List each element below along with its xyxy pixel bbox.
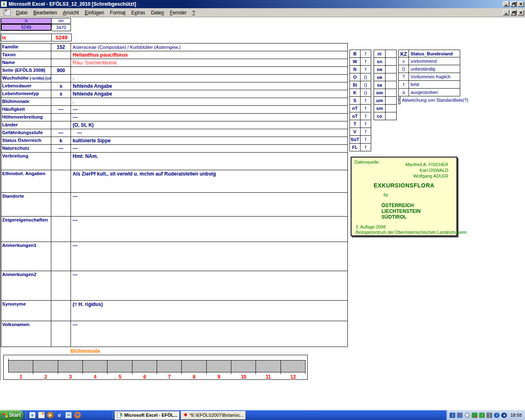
record-code-cell[interactable]: --- xyxy=(51,106,71,113)
record-value-cell[interactable]: --- xyxy=(71,217,347,242)
record-value-cell[interactable]: Asteraceae (Compositae) / Korbblütler (A… xyxy=(71,43,347,51)
taskbar-clock[interactable]: 18:58 xyxy=(510,413,522,418)
bundesland-status-cell[interactable]: f xyxy=(361,97,371,104)
record-value-cell[interactable]: --- xyxy=(71,129,347,137)
record-value-cell[interactable]: fehlende Angabe xyxy=(71,82,347,90)
subregion-code-cell[interactable]: ni xyxy=(374,50,386,57)
record-code-cell[interactable] xyxy=(51,271,71,300)
bundesland-status-cell[interactable]: () xyxy=(361,89,371,96)
record-code-cell[interactable] xyxy=(51,153,71,170)
record-code-cell[interactable]: --- xyxy=(51,145,71,152)
media-player-icon[interactable]: ▶ xyxy=(47,412,54,418)
record-value-cell[interactable]: fehlende Angabe xyxy=(71,90,347,98)
record-label-cell[interactable]: Häufigkeit xyxy=(1,106,51,113)
bundesland-status-cell[interactable]: f xyxy=(361,105,371,112)
legend-kz-header-cell[interactable]: KZ xyxy=(399,50,409,57)
record-value-cell[interactable]: --- xyxy=(71,106,347,113)
bundesland-code-cell[interactable]: V xyxy=(350,128,361,135)
menu-item[interactable]: Format xyxy=(107,9,128,16)
bundesland-code-cell[interactable]: FL xyxy=(350,144,361,151)
record-label-cell[interactable]: Höhenverbreitung xyxy=(1,114,51,121)
bundesland-code-cell[interactable]: oT xyxy=(350,112,361,120)
bundesland-code-cell[interactable]: SüT xyxy=(350,136,361,143)
bloom-chart[interactable]: 123456789101112 xyxy=(3,355,308,380)
record-label-cell[interactable]: Anmerkungen1 xyxy=(1,242,51,271)
record-label-cell[interactable]: Länder xyxy=(1,121,51,129)
subregion-code-cell[interactable]: oa xyxy=(374,66,386,73)
lookup-header-ixn[interactable]: ixn xyxy=(51,18,71,24)
bundesland-status-cell[interactable]: () xyxy=(361,73,371,81)
bundesland-status-cell[interactable]: f xyxy=(361,120,371,128)
mail-sync-icon[interactable]: ✉ xyxy=(65,412,72,418)
legend-desc-cell[interactable]: fehlt xyxy=(409,81,460,88)
internet-explorer-icon[interactable]: e xyxy=(56,412,63,418)
record-label-cell[interactable]: Ethnobot. Angaben xyxy=(1,170,51,192)
legend-desc-cell[interactable]: vorkommend xyxy=(409,57,460,65)
record-code-cell[interactable] xyxy=(51,193,71,216)
record-label-cell[interactable]: Zeigereigenschaften xyxy=(1,217,51,242)
record-value-cell[interactable]: Rau- Sonnenblume xyxy=(71,59,347,66)
update-tray-icon[interactable]: ↑ xyxy=(479,413,485,418)
subregion-status-cell[interactable] xyxy=(386,66,397,73)
subregion-status-cell[interactable] xyxy=(386,73,397,81)
lookup-value-ix-selected-cell[interactable]: 5249 xyxy=(1,24,52,31)
record-label-cell[interactable]: Volksnamen xyxy=(1,321,51,347)
record-code-cell[interactable] xyxy=(51,170,71,192)
subregion-code-cell[interactable]: co xyxy=(374,112,386,120)
window-minimize-button[interactable] xyxy=(503,1,509,7)
record-value-cell[interactable]: (O, St, K) xyxy=(71,121,347,129)
legend-code-cell[interactable]: v xyxy=(399,57,409,65)
record-code-cell[interactable] xyxy=(51,121,71,129)
legend-desc-cell[interactable]: unbeständig xyxy=(409,65,460,73)
record-code-cell[interactable] xyxy=(51,75,71,82)
subregion-code-cell[interactable]: sn xyxy=(374,58,386,65)
record-code-cell[interactable] xyxy=(51,321,71,347)
record-code-cell[interactable] xyxy=(51,242,71,271)
window-close-button[interactable] xyxy=(518,1,524,7)
record-value-cell[interactable]: --- xyxy=(71,242,347,271)
record-label-cell[interactable]: Lebenformentyp xyxy=(1,90,51,98)
window-restore-button[interactable] xyxy=(510,1,517,7)
record-label-cell[interactable]: Lebensdauer xyxy=(1,82,51,90)
record-label-cell[interactable]: Familie xyxy=(1,43,51,51)
bundesland-code-cell[interactable]: T xyxy=(350,120,361,128)
lookup-value-ixn[interactable]: 3470 xyxy=(51,24,71,31)
subregion-code-cell[interactable]: sm xyxy=(374,105,386,112)
record-code-cell[interactable]: 152 xyxy=(51,43,71,51)
record-label-cell[interactable]: Naturschutz xyxy=(1,145,51,152)
bundesland-status-cell[interactable]: f xyxy=(361,144,371,151)
record-label-cell[interactable]: Blühmonate xyxy=(1,98,51,105)
info-tray-icon[interactable]: i xyxy=(494,413,500,418)
subregion-code-cell[interactable]: sa xyxy=(374,81,386,89)
antivirus-tray-icon[interactable] xyxy=(472,413,477,418)
menu-item[interactable]: Extras xyxy=(128,9,148,16)
menu-item[interactable]: Fenster xyxy=(167,9,189,16)
record-value-cell[interactable]: (= H. rigidus) xyxy=(71,301,347,321)
bundesland-code-cell[interactable]: B xyxy=(350,50,361,57)
bundesland-status-cell[interactable]: f xyxy=(361,128,371,135)
menu-item[interactable]: Einfügen xyxy=(82,9,107,16)
network-sound-tray-icon[interactable]: ) xyxy=(450,413,455,418)
image-editor-icon[interactable] xyxy=(38,412,45,418)
bundesland-status-cell[interactable]: f xyxy=(361,50,371,57)
subregion-status-cell[interactable] xyxy=(386,50,397,57)
subregion-code-cell[interactable]: ua xyxy=(374,73,386,81)
bundesland-code-cell[interactable]: W xyxy=(350,58,361,65)
record-label-cell[interactable]: Anmerkungen2 xyxy=(1,271,51,300)
record-code-cell[interactable] xyxy=(51,59,71,66)
record-code-cell[interactable] xyxy=(51,217,71,242)
bundesland-code-cell[interactable]: O xyxy=(350,73,361,81)
index-label-cell[interactable]: ix xyxy=(1,34,52,41)
ie-shortcut-icon[interactable]: e xyxy=(29,412,36,418)
legend-title-header-cell[interactable]: Status_Bundesland xyxy=(409,50,460,57)
workbook-minimize-button[interactable] xyxy=(503,10,509,16)
legend-desc-cell[interactable]: ausgestorben xyxy=(409,89,460,96)
record-label-cell[interactable]: Name xyxy=(1,59,51,66)
record-label-cell[interactable]: Standorte xyxy=(1,193,51,216)
record-value-cell[interactable]: --- xyxy=(71,145,347,152)
record-value-cell[interactable]: Hmt: NAm. xyxy=(71,153,347,170)
magnifier-tray-icon[interactable] xyxy=(464,413,470,418)
record-label-cell[interactable]: Taxon xyxy=(1,51,51,59)
firefox-icon[interactable] xyxy=(74,412,81,418)
record-label-cell[interactable]: Synonyme xyxy=(1,301,51,321)
